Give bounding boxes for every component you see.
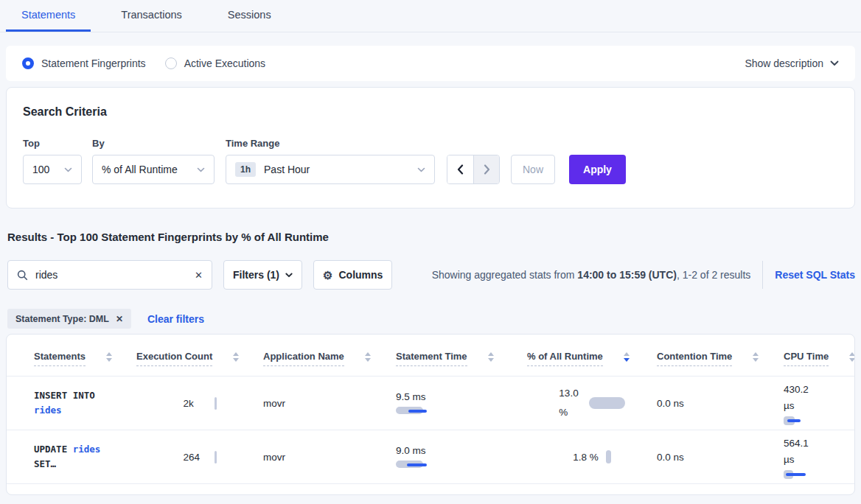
- header-percent-of-all-runtime[interactable]: % of All Runtime: [527, 335, 657, 376]
- tab-bar: Statements Transactions Sessions: [0, 0, 861, 32]
- sql-text: UPDATE: [34, 444, 67, 455]
- sort-icon[interactable]: [233, 352, 239, 362]
- search-criteria-form: Top 100 By % of All Runtime Ti: [23, 138, 838, 184]
- show-description-label: Show description: [745, 57, 823, 69]
- prev-range-button[interactable]: [447, 155, 473, 183]
- search-icon: [17, 270, 28, 281]
- radio-label: Statement Fingerprints: [41, 57, 146, 69]
- view-mode-band: Statement Fingerprints Active Executions…: [6, 46, 855, 81]
- application-name-cell: movr: [263, 430, 396, 483]
- sql-text: SET…: [34, 458, 56, 469]
- header-label[interactable]: Application Name: [263, 351, 344, 366]
- by-label: By: [92, 138, 215, 149]
- runtime-value: 1.8 %: [573, 452, 599, 463]
- next-range-button[interactable]: [473, 155, 499, 183]
- tab-statements[interactable]: Statements: [6, 0, 91, 32]
- table-header-row: Statements Execution Count Application N…: [7, 335, 854, 377]
- search-input[interactable]: [35, 269, 187, 281]
- sort-icon[interactable]: [106, 352, 112, 362]
- search-criteria-title: Search Criteria: [23, 105, 838, 119]
- table-row: INSERT INTO rides 2k movr 9.5 ms 13.0%: [7, 377, 854, 430]
- time-range-select[interactable]: 1h Past Hour: [226, 155, 435, 184]
- results-heading: Results - Top 100 Statement Fingerprints…: [7, 231, 854, 243]
- sort-icon-active-desc[interactable]: [624, 352, 630, 362]
- filter-chip-statement-type[interactable]: Statement Type: DML ✕: [7, 309, 131, 329]
- apply-button[interactable]: Apply: [569, 155, 626, 184]
- contention-time-value: 0.0 ns: [657, 452, 784, 463]
- cpu-time-value: 564.1: [784, 435, 809, 452]
- application-name-value: movr: [263, 452, 396, 463]
- statement-search-box: ✕: [7, 260, 212, 290]
- header-label[interactable]: Statements: [34, 351, 86, 366]
- aggregated-stats-text: Showing aggregated stats from 14:00 to 1…: [432, 269, 751, 281]
- radio-selected-icon: [22, 57, 34, 69]
- radio-active-executions[interactable]: Active Executions: [165, 57, 266, 69]
- contention-time-value: 0.0 ns: [657, 398, 784, 409]
- radio-label: Active Executions: [184, 57, 266, 69]
- columns-button[interactable]: ⚙ Columns: [313, 260, 392, 290]
- top-select[interactable]: 100: [23, 155, 82, 184]
- clear-search-icon[interactable]: ✕: [195, 270, 203, 280]
- active-filters-row: Statement Type: DML ✕ Clear filters: [7, 309, 855, 329]
- time-range-value: Past Hour: [264, 164, 310, 175]
- by-select[interactable]: % of All Runtime: [92, 155, 215, 184]
- sort-icon[interactable]: [365, 352, 371, 362]
- runtime-bar: [606, 450, 611, 463]
- statement-link[interactable]: rides: [73, 444, 101, 455]
- contention-time-cell: 0.0 ns: [657, 430, 784, 483]
- header-cpu-time[interactable]: CPU Time: [784, 335, 854, 376]
- application-name-value: movr: [263, 398, 396, 409]
- reset-sql-stats-link[interactable]: Reset SQL Stats: [775, 269, 855, 281]
- tab-sessions[interactable]: Sessions: [212, 0, 287, 32]
- header-label[interactable]: % of All Runtime: [527, 351, 603, 366]
- sql-activity-page: Statements Transactions Sessions Stateme…: [0, 0, 861, 504]
- chevron-down-icon: [830, 60, 839, 66]
- statement-cell: INSERT INTO rides: [7, 377, 136, 430]
- header-label[interactable]: Statement Time: [396, 351, 467, 366]
- radio-statement-fingerprints[interactable]: Statement Fingerprints: [22, 57, 146, 69]
- header-label[interactable]: Execution Count: [136, 351, 212, 366]
- header-execution-count[interactable]: Execution Count: [136, 335, 263, 376]
- execution-count-bar: [215, 451, 217, 463]
- runtime-cell: 13.0%: [527, 377, 657, 430]
- statement-time-cell: 9.5 ms: [396, 377, 527, 430]
- cpu-time-value: 430.2: [784, 382, 809, 398]
- chip-close-icon[interactable]: ✕: [116, 314, 123, 324]
- statement-time-bar: [396, 406, 440, 415]
- chevron-down-icon: [197, 167, 205, 172]
- sort-icon[interactable]: [849, 352, 855, 362]
- header-application-name[interactable]: Application Name: [263, 335, 396, 376]
- chevron-down-icon: [417, 167, 425, 172]
- runtime-bar: [589, 397, 625, 409]
- statement-time-bar: [396, 460, 440, 469]
- show-description-toggle[interactable]: Show description: [745, 57, 839, 69]
- stats-range: 14:00 to 15:59 (UTC): [577, 269, 677, 281]
- top-field: Top 100: [23, 138, 82, 184]
- time-range-field: Time Range 1h Past Hour: [215, 138, 435, 184]
- sort-icon[interactable]: [753, 352, 759, 362]
- gear-icon: ⚙: [323, 270, 332, 281]
- header-statement-time[interactable]: Statement Time: [396, 335, 527, 376]
- execution-count-bar: [215, 397, 217, 410]
- chevron-down-icon: [64, 167, 72, 172]
- by-field: By % of All Runtime: [82, 138, 215, 184]
- tab-transactions[interactable]: Transactions: [105, 0, 197, 32]
- now-button[interactable]: Now: [511, 155, 555, 184]
- stats-area: Showing aggregated stats from 14:00 to 1…: [432, 261, 855, 289]
- header-statements[interactable]: Statements: [7, 335, 136, 376]
- header-label[interactable]: Contention Time: [657, 351, 732, 366]
- clear-filters-link[interactable]: Clear filters: [147, 313, 204, 325]
- header-contention-time[interactable]: Contention Time: [657, 335, 784, 376]
- table-row: UPDATE rides SET… 264 movr 9.0 ms 1.8 %: [7, 430, 854, 484]
- cpu-time-bar: [784, 416, 820, 425]
- header-label[interactable]: CPU Time: [784, 351, 829, 366]
- sort-icon[interactable]: [488, 352, 494, 362]
- filters-button[interactable]: Filters (1): [223, 260, 302, 290]
- statement-cell: UPDATE rides SET…: [7, 430, 136, 483]
- statement-link[interactable]: rides: [34, 405, 62, 416]
- runtime-value: 13.0%: [559, 384, 578, 422]
- time-range-badge: 1h: [235, 162, 256, 177]
- filter-chip-label: Statement Type: DML: [15, 314, 109, 324]
- by-select-value: % of All Runtime: [102, 164, 178, 175]
- time-range-nav: [447, 155, 500, 184]
